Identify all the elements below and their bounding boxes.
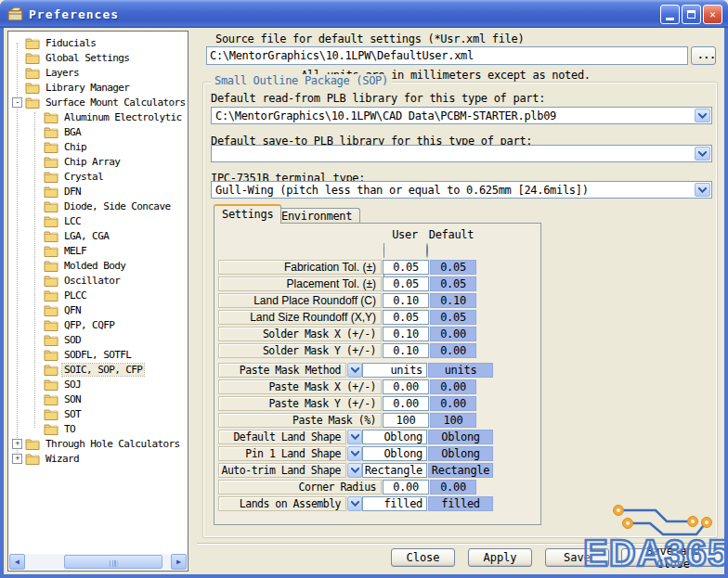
title-bar[interactable]: Preferences ✕ xyxy=(0,0,728,28)
tree-item-label: Diode, Side Concave xyxy=(62,200,172,212)
setting-row: Solder Mask Y (+/-)0.100.00 xyxy=(218,343,493,358)
tab-settings[interactable]: Settings xyxy=(214,204,281,224)
tree-item[interactable]: Aluminum Electrolytic ( xyxy=(9,109,187,124)
tree-item-label: Oscillator xyxy=(62,275,122,287)
save-button[interactable]: Save xyxy=(545,548,609,567)
user-value[interactable]: 0.05 xyxy=(383,260,429,275)
tree-item[interactable]: Layers xyxy=(9,65,187,80)
default-value: 0.00 xyxy=(430,379,476,394)
save-and-close-button[interactable]: Save and Close xyxy=(621,548,724,567)
scroll-left-icon[interactable]: ◀ xyxy=(9,554,25,570)
tree-item[interactable]: +Wizard xyxy=(9,451,187,466)
browse-button[interactable]: ... xyxy=(691,46,716,65)
user-value[interactable]: filled xyxy=(362,496,427,511)
tree-item[interactable]: SODFL, SOTFL xyxy=(9,347,187,362)
tree-item[interactable]: Diode, Side Concave xyxy=(9,199,187,213)
tree-item-label: Fiducials xyxy=(44,37,98,49)
setting-row: Default Land ShapeOblongOblong xyxy=(218,430,493,444)
tree-item[interactable]: Crystal xyxy=(9,169,187,184)
tree-item[interactable]: LGA, CGA xyxy=(9,228,187,243)
tab-environment[interactable]: Environment xyxy=(273,208,360,223)
tree-item[interactable]: TO xyxy=(9,421,187,436)
user-value[interactable]: 0.00 xyxy=(383,480,429,495)
source-file-input[interactable] xyxy=(206,46,688,65)
tree-item[interactable]: Molded Body xyxy=(9,258,187,273)
dropdown-arrow-icon[interactable] xyxy=(347,463,362,478)
user-value[interactable]: 100 xyxy=(383,413,429,428)
setting-row: Pin 1 Land ShapeOblongOblong xyxy=(218,446,493,461)
user-value[interactable]: Oblong xyxy=(362,446,427,461)
dropdown-arrow-icon[interactable] xyxy=(347,363,362,378)
tree-item[interactable]: SOD xyxy=(9,332,187,347)
user-value[interactable]: 0.10 xyxy=(383,343,429,358)
folder-icon xyxy=(44,275,58,287)
save-to-combobox[interactable] xyxy=(211,145,712,162)
tree-item[interactable]: Chip Array xyxy=(9,154,187,169)
tree-item[interactable]: Library Manager xyxy=(9,80,187,95)
chevron-down-icon[interactable] xyxy=(695,109,710,122)
tree-item[interactable]: QFP, CQFP xyxy=(9,317,187,332)
user-value[interactable]: 0.10 xyxy=(383,327,429,341)
collapse-icon[interactable]: - xyxy=(12,97,22,108)
setting-row: Paste Mask X (+/-)0.000.00 xyxy=(218,379,493,394)
tree-item[interactable]: Fiducials xyxy=(9,35,187,50)
folder-icon xyxy=(25,37,40,49)
user-value[interactable]: 0.00 xyxy=(383,379,429,394)
tree-item[interactable]: SOJ xyxy=(9,377,187,392)
default-column-header: Default xyxy=(426,228,476,241)
default-value: 0.05 xyxy=(430,260,476,275)
folder-icon xyxy=(44,200,58,212)
read-from-combobox[interactable]: C:\MentorGraphics\10.1LPW\CAD Data\PCBM-… xyxy=(211,107,712,124)
default-value: filled xyxy=(428,496,493,511)
tree-item[interactable]: -Surface Mount Calculators xyxy=(9,95,187,109)
tree-item[interactable]: PLCC xyxy=(9,288,187,302)
maximize-icon[interactable] xyxy=(682,5,701,24)
dropdown-arrow-icon[interactable] xyxy=(347,430,362,444)
user-value[interactable]: 0.05 xyxy=(383,310,429,325)
tree-item[interactable]: MELF xyxy=(9,243,187,258)
scrollbar-track[interactable] xyxy=(25,554,171,570)
user-value[interactable]: Rectangle xyxy=(362,463,427,478)
default-value: 0.05 xyxy=(430,310,476,325)
scroll-right-icon[interactable]: ▶ xyxy=(171,554,187,570)
folder-icon xyxy=(44,319,58,331)
setting-row: Paste Mask Methodunitsunits xyxy=(218,363,493,378)
user-value[interactable]: 0.10 xyxy=(383,293,429,308)
tree-item[interactable]: SOIC, SOP, CFP xyxy=(9,362,187,377)
chevron-down-icon[interactable] xyxy=(695,183,710,197)
setting-label: Placement Tol. (±) xyxy=(218,276,382,291)
preferences-window: Preferences ✕ FiducialsGlobal SettingsLa… xyxy=(0,0,728,578)
apply-button[interactable]: Apply xyxy=(468,548,532,567)
expand-icon[interactable]: + xyxy=(12,454,22,464)
setting-label: Paste Mask (%) xyxy=(218,413,382,428)
tree-item[interactable]: LCC xyxy=(9,213,187,228)
tree-item[interactable]: BGA xyxy=(9,124,187,139)
source-file-label: Source file for default settings (*Usr.x… xyxy=(215,32,524,45)
tree-item[interactable]: Chip xyxy=(9,139,187,154)
tree-item[interactable]: Global Settings xyxy=(9,50,187,65)
tree-item[interactable]: +Through Hole Calculators xyxy=(9,436,187,451)
tree-item[interactable]: QFN xyxy=(9,302,187,317)
terminal-type-combobox[interactable]: Gull-Wing (pitch less than or equal to 0… xyxy=(211,181,712,199)
tree-item[interactable]: DFN xyxy=(9,184,187,199)
dropdown-arrow-icon[interactable] xyxy=(347,446,362,461)
user-value[interactable]: Oblong xyxy=(362,430,427,444)
default-value: 0.10 xyxy=(430,293,476,308)
tree-item[interactable]: SON xyxy=(9,392,187,406)
minimize-icon[interactable] xyxy=(660,5,680,24)
dropdown-arrow-icon[interactable] xyxy=(347,496,362,511)
chevron-down-icon[interactable] xyxy=(695,147,710,161)
close-button[interactable]: Close xyxy=(391,548,455,567)
scrollbar-thumb[interactable] xyxy=(64,555,162,569)
tree-item[interactable]: Oscillator xyxy=(9,273,187,288)
tree-horizontal-scrollbar[interactable]: ◀ ▶ xyxy=(9,554,187,570)
user-value[interactable]: 0.00 xyxy=(383,396,429,411)
folder-icon xyxy=(44,215,58,227)
user-value[interactable]: units xyxy=(362,363,427,378)
setting-row: Fabrication Tol. (±)0.050.05 xyxy=(218,260,493,275)
close-icon[interactable]: ✕ xyxy=(703,5,722,24)
default-radio[interactable] xyxy=(426,243,428,258)
tree-item[interactable]: SOT xyxy=(9,406,187,421)
user-value[interactable]: 0.05 xyxy=(383,276,429,291)
expand-icon[interactable]: + xyxy=(12,439,22,449)
